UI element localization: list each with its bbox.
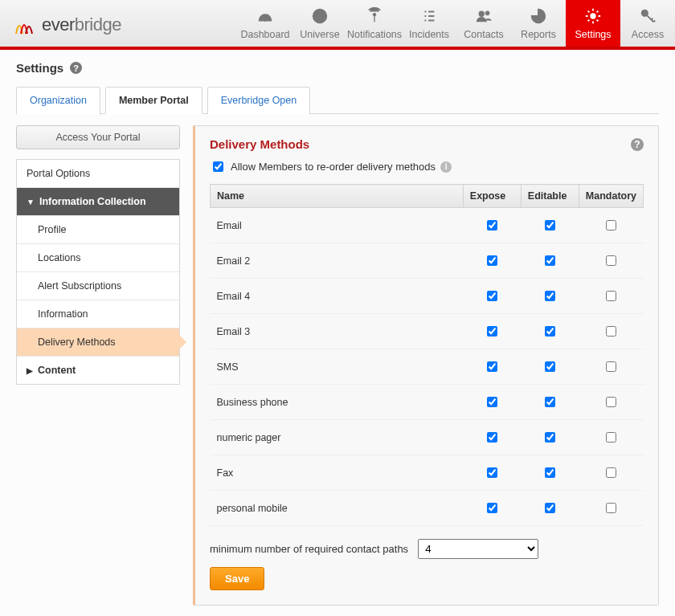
checkbox-cell <box>579 349 643 385</box>
editable-checkbox[interactable] <box>545 432 555 443</box>
checkbox-cell <box>521 349 579 385</box>
nav-contacts[interactable]: Contacts <box>456 0 511 47</box>
nav-universe[interactable]: Universe <box>292 0 347 47</box>
checkbox-cell <box>521 279 579 314</box>
checkbox-cell <box>521 314 579 349</box>
expose-checkbox[interactable] <box>487 326 497 337</box>
svg-point-6 <box>642 10 648 15</box>
nav-dashboard[interactable]: Dashboard <box>238 0 292 47</box>
editable-checkbox[interactable] <box>545 361 555 372</box>
method-name: numeric pager <box>211 420 464 455</box>
col-expose: Expose <box>463 185 521 208</box>
sidebar-item-portal-options[interactable]: Portal Options <box>17 160 179 188</box>
checkbox-cell <box>521 208 579 243</box>
nav-label: Contacts <box>464 29 503 40</box>
mandatory-checkbox[interactable] <box>606 503 616 513</box>
sidebar-item-label: Content <box>38 365 76 376</box>
key-icon <box>639 7 657 25</box>
main-panel: Delivery Methods ? Allow Members to re-o… <box>193 125 659 606</box>
mandatory-checkbox[interactable] <box>606 326 616 337</box>
editable-checkbox[interactable] <box>545 220 555 230</box>
svg-point-3 <box>480 11 485 16</box>
expose-checkbox[interactable] <box>487 503 497 513</box>
checkbox-cell <box>463 455 521 491</box>
svg-point-2 <box>373 13 376 16</box>
sidebar-item-label: Information Collection <box>39 196 146 207</box>
side-nav: Portal Options ▼ Information Collection … <box>16 159 180 385</box>
checkbox-cell <box>579 314 643 349</box>
checkbox-cell <box>579 279 643 314</box>
nav-settings[interactable]: Settings <box>566 0 620 47</box>
editable-checkbox[interactable] <box>545 467 555 478</box>
access-portal-button[interactable]: Access Your Portal <box>16 125 180 149</box>
svg-point-4 <box>485 11 489 14</box>
expose-checkbox[interactable] <box>487 220 497 230</box>
editable-checkbox[interactable] <box>545 326 555 337</box>
tab-everbridge-open[interactable]: Everbridge Open <box>207 87 311 114</box>
checkbox-cell <box>521 385 579 420</box>
info-icon[interactable]: i <box>440 161 452 173</box>
nav-notifications[interactable]: Notifications <box>347 0 402 47</box>
nav-label: Incidents <box>409 29 449 40</box>
save-button[interactable]: Save <box>210 567 264 590</box>
sidebar-item-alert-subscriptions[interactable]: Alert Subscriptions <box>17 272 179 300</box>
checkbox-cell <box>463 208 521 243</box>
brand-logo-text: everbridge <box>42 14 121 35</box>
caret-down-icon: ▼ <box>27 198 35 206</box>
sidebar-item-information-collection[interactable]: ▼ Information Collection <box>17 188 179 216</box>
allow-reorder-checkbox[interactable] <box>213 161 223 172</box>
expose-checkbox[interactable] <box>487 361 497 372</box>
nav-reports[interactable]: Reports <box>511 0 566 47</box>
help-icon[interactable]: ? <box>631 138 644 151</box>
sidebar-item-delivery-methods[interactable]: Delivery Methods <box>17 328 179 357</box>
gear-icon <box>584 7 602 25</box>
sidebar-item-content[interactable]: ▶ Content <box>17 357 179 384</box>
checkbox-cell <box>521 243 579 279</box>
help-icon[interactable]: ? <box>70 62 82 74</box>
delivery-methods-table: Name Expose Editable Mandatory EmailEmai… <box>210 184 644 526</box>
mandatory-checkbox[interactable] <box>606 432 616 443</box>
mandatory-checkbox[interactable] <box>606 467 616 478</box>
brand-logo: everbridge <box>0 6 136 47</box>
min-paths-select[interactable]: 4 <box>418 539 538 559</box>
editable-checkbox[interactable] <box>545 291 555 301</box>
expose-checkbox[interactable] <box>487 432 497 443</box>
editable-checkbox[interactable] <box>545 397 555 407</box>
mandatory-checkbox[interactable] <box>606 255 616 266</box>
method-name: Business phone <box>211 385 464 420</box>
col-name: Name <box>211 185 464 208</box>
nav-label: Settings <box>575 29 611 40</box>
nav-incidents[interactable]: Incidents <box>402 0 456 47</box>
expose-checkbox[interactable] <box>487 397 497 407</box>
nav-label: Dashboard <box>240 29 289 40</box>
mandatory-checkbox[interactable] <box>606 397 616 407</box>
expose-checkbox[interactable] <box>487 255 497 266</box>
editable-checkbox[interactable] <box>545 255 555 266</box>
checkbox-cell <box>521 420 579 455</box>
page-title: Settings <box>16 61 63 75</box>
app-header: everbridge Dashboard Universe Notificati… <box>0 0 675 50</box>
mandatory-checkbox[interactable] <box>606 361 616 372</box>
expose-checkbox[interactable] <box>487 291 497 301</box>
checkbox-cell <box>463 279 521 314</box>
tab-member-portal[interactable]: Member Portal <box>105 87 202 114</box>
mandatory-checkbox[interactable] <box>606 220 616 230</box>
nav-label: Universe <box>300 29 339 40</box>
editable-checkbox[interactable] <box>545 503 555 513</box>
expose-checkbox[interactable] <box>487 467 497 478</box>
method-name: Email 2 <box>211 243 464 279</box>
caret-right-icon: ▶ <box>27 366 33 375</box>
checkbox-cell <box>463 420 521 455</box>
sidebar-item-profile[interactable]: Profile <box>17 216 179 244</box>
nav-access[interactable]: Access <box>620 0 675 47</box>
tab-organization[interactable]: Organization <box>16 87 100 114</box>
table-row: Fax <box>211 455 644 491</box>
mandatory-checkbox[interactable] <box>606 291 616 301</box>
brand-logo-icon <box>14 14 37 35</box>
sidebar-item-locations[interactable]: Locations <box>17 244 179 272</box>
min-paths-label: minimum number of required contact paths <box>210 543 408 555</box>
gauge-icon <box>256 7 274 25</box>
sidebar-item-information[interactable]: Information <box>17 300 179 328</box>
allow-reorder-label: Allow Members to re-order delivery metho… <box>231 161 436 173</box>
checkbox-cell <box>579 491 643 526</box>
